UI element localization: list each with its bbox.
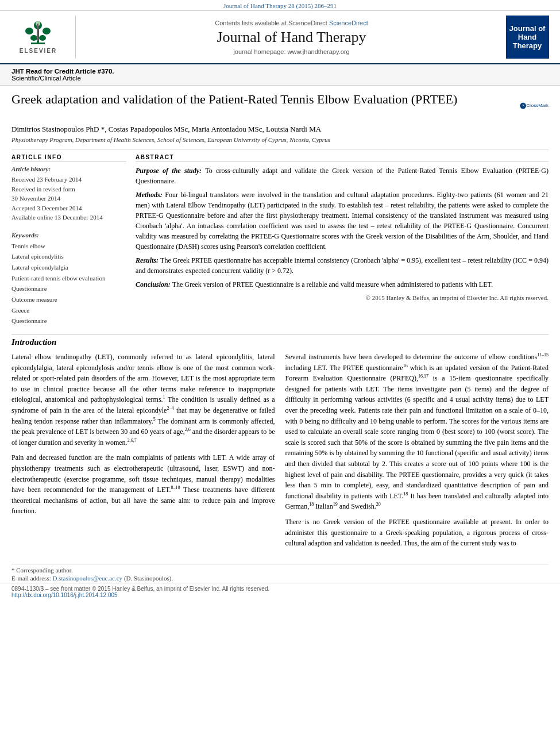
- journal-homepage: journal homepage: www.jhandtherapy.org: [233, 48, 349, 55]
- intro-para1: Lateral elbow tendinopathy (LET), common…: [11, 352, 275, 448]
- article-title: Greek adaptation and validation of the P…: [11, 91, 520, 108]
- journal-reference: Journal of Hand Therapy 28 (2015) 286–29…: [0, 0, 560, 11]
- science-direct-line: Contents lists available at ScienceDirec…: [215, 20, 368, 26]
- methods-text: Four bi-lingual translators were involve…: [136, 191, 549, 251]
- science-direct-link[interactable]: ScienceDirect: [329, 20, 368, 26]
- svg-point-2: [43, 28, 51, 34]
- received-date: Received 23 February 2014: [11, 175, 126, 184]
- credit-line2: Scientific/Clinical Article: [11, 75, 549, 82]
- abstract-column: Abstract Purpose of the study: To cross-…: [136, 154, 549, 326]
- journal-title: Journal of Hand Therapy: [217, 29, 366, 46]
- footer-doi: http://dx.doi.org/10.1016/j.jht.2014.12.…: [11, 592, 549, 598]
- keywords-label: Keywords:: [11, 232, 126, 239]
- article-body-columns: Article Info Article history: Received 2…: [11, 154, 549, 326]
- journal-header: ELSEVIER Contents lists available at Sci…: [0, 11, 560, 64]
- purpose-label: Purpose of the study:: [136, 167, 205, 175]
- body-content: Introduction Lateral elbow tendinopathy …: [0, 337, 560, 559]
- affiliation: Physiotherapy Program, Department of Hea…: [11, 136, 549, 143]
- body-divider: [11, 334, 549, 335]
- main-content: Greek adaptation and validation of the P…: [0, 86, 560, 332]
- email-link[interactable]: D.stasinopoulos@euc.ac.cy: [52, 575, 122, 582]
- footnote-area: * Corresponding author. E-mail address: …: [11, 564, 549, 582]
- history-label: Article history:: [11, 166, 126, 172]
- methods-label: Methods:: [136, 191, 165, 199]
- keyword-1: Tennis elbow: [11, 241, 126, 252]
- revised-date: 30 November 2014: [11, 194, 126, 203]
- keyword-7: Greece: [11, 305, 126, 316]
- svg-text:✕: ✕: [522, 103, 524, 107]
- conclusion-text: The Greek version of PRTEE Questionnaire…: [172, 280, 493, 289]
- keyword-8: Questionnaire: [11, 316, 126, 326]
- results-label: Results:: [136, 256, 160, 264]
- abstract-methods: Methods: Four bi-lingual translators wer…: [136, 190, 549, 252]
- right-para2: There is no Greek version of the PRTEE q…: [285, 517, 549, 549]
- svg-rect-6: [31, 43, 45, 44]
- elsevier-label: ELSEVIER: [20, 48, 57, 54]
- intro-para2: Pain and decreased function are the main…: [11, 452, 275, 517]
- copyright: © 2015 Hanley & Belfus, an imprint of El…: [136, 293, 549, 303]
- journal-badge: Journal of Hand Therapy: [506, 16, 549, 59]
- authors: Dimitrios Stasinopoulos PhD *, Costas Pa…: [11, 125, 549, 134]
- svg-text:CrossMark: CrossMark: [521, 108, 525, 109]
- accepted-date: Accepted 3 December 2014: [11, 203, 126, 213]
- introduction-heading: Introduction: [11, 337, 549, 347]
- crossmark-icon[interactable]: ✕ CrossMark CrossMark: [520, 91, 549, 120]
- svg-point-4: [39, 35, 46, 41]
- keywords-list: Tennis elbow Lateral epicondylitis Later…: [11, 241, 126, 327]
- abstract-heading: Abstract: [136, 154, 549, 162]
- article-title-area: Greek adaptation and validation of the P…: [11, 91, 549, 120]
- elsevier-logo: ELSEVIER: [7, 16, 76, 59]
- divider: [11, 149, 549, 149]
- email-person: (D. Stasinopoulos).: [124, 575, 173, 582]
- abstract-purpose: Purpose of the study: To cross-culturall…: [136, 166, 549, 186]
- credit-line1: JHT Read for Credit Article #370.: [11, 68, 549, 75]
- body-right-col: Several instruments have been developed …: [285, 352, 549, 553]
- article-info-column: Article Info Article history: Received 2…: [11, 154, 126, 326]
- crossmark-label: CrossMark: [526, 103, 549, 109]
- results-text: The Greek PRTEE questionnaire has accept…: [136, 256, 549, 275]
- keyword-2: Lateral epicondylitis: [11, 251, 126, 262]
- elsevier-tree-icon: [22, 21, 54, 47]
- footer-bar: 0894-1130/$ – see front matter © 2015 Ha…: [0, 583, 560, 601]
- svg-rect-8: [37, 24, 38, 41]
- svg-point-1: [25, 28, 33, 34]
- svg-point-3: [30, 35, 37, 41]
- available-date: Available online 13 December 2014: [11, 213, 126, 222]
- credit-bar: JHT Read for Credit Article #370. Scient…: [0, 64, 560, 86]
- revised-label: Received in revised form: [11, 184, 126, 194]
- right-para1: Several instruments have been developed …: [285, 352, 549, 512]
- footnote-star: * Corresponding author.: [11, 567, 549, 574]
- conclusion-label: Conclusion:: [136, 280, 172, 289]
- abstract-results: Results: The Greek PRTEE questionnaire h…: [136, 255, 549, 276]
- keyword-6: Outcome measure: [11, 294, 126, 305]
- keyword-3: Lateral epicondylalgia: [11, 262, 126, 273]
- abstract-conclusion: Conclusion: The Greek version of PRTEE Q…: [136, 279, 549, 290]
- article-info-heading: Article Info: [11, 154, 126, 162]
- journal-badge-area: Journal of Hand Therapy: [501, 16, 553, 59]
- introduction-columns: Lateral elbow tendinopathy (LET), common…: [11, 352, 549, 553]
- body-left-col: Lateral elbow tendinopathy (LET), common…: [11, 352, 275, 553]
- journal-title-area: Contents lists available at ScienceDirec…: [82, 16, 501, 59]
- keyword-4: Patient-rated tennis elbow evaluation: [11, 273, 126, 284]
- footer-issn: 0894-1130/$ – see front matter © 2015 Ha…: [11, 586, 549, 592]
- keyword-5: Questionnaire: [11, 283, 126, 294]
- footnote-email: E-mail address: D.stasinopoulos@euc.ac.c…: [11, 575, 549, 582]
- abstract-text: Purpose of the study: To cross-culturall…: [136, 166, 549, 303]
